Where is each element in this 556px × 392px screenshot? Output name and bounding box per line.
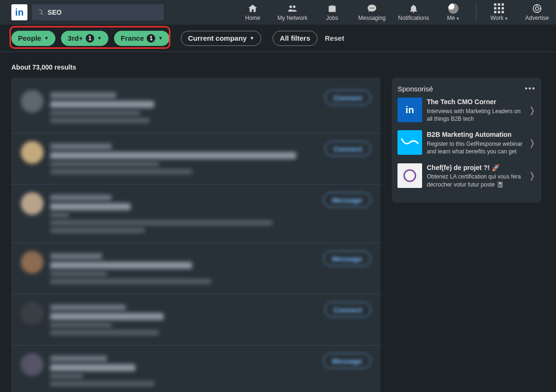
promo-text: The Tech CMO Corner Interviews with Mark… <box>427 98 524 123</box>
sponsored-sidebar: Sponsorisé ••• in The Tech CMO Corner In… <box>392 78 541 203</box>
nav-advertise-label: Advertise <box>525 15 549 21</box>
filter-all-label: All filters <box>280 34 310 42</box>
sidebar-header: Sponsorisé ••• <box>397 84 536 93</box>
filter-people[interactable]: People ▼ <box>11 31 55 46</box>
promo-image <box>397 130 422 155</box>
nav-network-label: My Network <box>277 15 307 21</box>
nav-messaging-label: Messaging <box>358 15 386 21</box>
sidebar-title: Sponsorisé <box>397 85 433 93</box>
svg-point-1 <box>371 8 372 9</box>
promo-text: Chef(fe) de projet ?! 🚀 Obtenez LA certi… <box>427 163 524 188</box>
result-body <box>50 302 318 338</box>
top-nav: in Home My Network Jobs Messaging Notifi… <box>0 0 556 25</box>
nav-jobs[interactable]: Jobs <box>313 0 351 25</box>
promo-title: B2B Marketing Automation <box>427 130 524 139</box>
more-icon[interactable]: ••• <box>525 84 536 93</box>
filter-connections[interactable]: 3rd+ 1 ▼ <box>61 31 108 46</box>
avatar-icon <box>448 3 459 14</box>
message-button[interactable]: Message <box>323 192 371 207</box>
result-avatar <box>21 353 44 376</box>
connect-button[interactable]: Connect <box>325 302 371 317</box>
filter-location[interactable]: France 1 ▼ <box>114 31 169 46</box>
result-item[interactable]: Connect <box>11 82 380 134</box>
filter-company[interactable]: Current company ▼ <box>181 31 261 46</box>
chevron-right-icon: ❭ <box>529 170 536 181</box>
filter-company-label: Current company <box>188 34 247 42</box>
message-button[interactable]: Message <box>323 251 371 266</box>
result-body <box>50 90 318 125</box>
result-item[interactable]: Message <box>11 185 380 243</box>
result-body <box>50 141 318 177</box>
nav-home[interactable]: Home <box>234 0 272 25</box>
result-item[interactable]: Message <box>11 243 380 294</box>
nav-home-label: Home <box>245 15 260 21</box>
nav-icons: Home My Network Jobs Messaging Notificat… <box>234 0 556 25</box>
nav-advertise[interactable]: Advertise <box>518 0 556 25</box>
promo-title: Chef(fe) de projet ?! 🚀 <box>427 163 524 172</box>
message-button[interactable]: Message <box>323 353 371 368</box>
search-input[interactable] <box>48 9 159 16</box>
chevron-down-icon: ▼ <box>44 36 49 41</box>
chevron-down-icon: ▼ <box>97 36 102 41</box>
nav-me-label: Me▼ <box>447 15 460 21</box>
grid-icon <box>494 3 504 14</box>
bell-icon <box>408 3 419 14</box>
nav-network[interactable]: My Network <box>272 0 313 25</box>
nav-messaging[interactable]: Messaging <box>351 0 393 25</box>
promo-item[interactable]: Chef(fe) de projet ?! 🚀 Obtenez LA certi… <box>397 163 536 188</box>
nav-me[interactable]: Me▼ <box>434 0 472 25</box>
filter-reset[interactable]: Reset <box>325 34 344 42</box>
search-icon <box>37 9 44 16</box>
promo-item[interactable]: B2B Marketing Automation Register to thi… <box>397 130 536 155</box>
result-avatar <box>21 302 44 325</box>
nav-notifications-label: Notifications <box>398 15 429 21</box>
promo-desc: Obtenez LA certification qui vous fera d… <box>427 173 521 187</box>
nav-jobs-label: Jobs <box>326 15 338 21</box>
svg-point-4 <box>535 7 538 10</box>
chevron-right-icon: ❭ <box>529 138 536 148</box>
network-icon <box>287 3 298 14</box>
result-item[interactable]: Message <box>11 346 380 392</box>
search-box[interactable] <box>32 4 164 20</box>
promo-item[interactable]: in The Tech CMO Corner Interviews with M… <box>397 98 536 123</box>
filter-bar: People ▼ 3rd+ 1 ▼ France 1 ▼ Current com… <box>0 25 556 52</box>
nav-work[interactable]: Work▼ <box>480 0 518 25</box>
jobs-icon <box>327 3 337 14</box>
filter-location-badge: 1 <box>147 34 155 43</box>
chevron-down-icon: ▼ <box>249 36 254 41</box>
chevron-down-icon: ▼ <box>158 36 163 41</box>
promo-text: B2B Marketing Automation Register to thi… <box>427 130 524 155</box>
linkedin-logo[interactable]: in <box>11 4 27 20</box>
result-item[interactable]: Connect <box>11 134 380 185</box>
result-avatar <box>21 141 44 164</box>
connect-button[interactable]: Connect <box>325 90 371 105</box>
promo-desc: Register to this GetResponse webinar and… <box>427 141 522 155</box>
chevron-right-icon: ❭ <box>529 105 536 116</box>
filter-location-label: France <box>121 34 144 42</box>
nav-separator <box>476 4 477 21</box>
result-body <box>50 353 317 389</box>
result-item[interactable]: Connect <box>11 294 380 346</box>
filter-all[interactable]: All filters <box>273 31 317 46</box>
result-avatar <box>21 90 44 113</box>
connect-button[interactable]: Connect <box>325 141 371 156</box>
svg-point-2 <box>373 8 374 9</box>
result-body <box>50 192 317 235</box>
result-avatar <box>21 192 44 215</box>
results-count: About 73,000 results <box>0 52 556 78</box>
results-list: Connect Connect Message <box>11 78 380 392</box>
result-avatar <box>21 251 44 274</box>
promo-image <box>397 163 422 188</box>
promo-image: in <box>397 98 422 122</box>
filter-connections-label: 3rd+ <box>68 34 83 42</box>
promo-desc: Interviews with Marketing Leaders on all… <box>427 108 521 122</box>
svg-point-0 <box>370 8 371 9</box>
target-icon <box>532 3 542 14</box>
filter-connections-badge: 1 <box>86 34 94 43</box>
main-columns: Connect Connect Message <box>0 78 556 392</box>
promo-title: The Tech CMO Corner <box>427 98 524 107</box>
svg-point-5 <box>404 170 415 181</box>
nav-notifications[interactable]: Notifications <box>393 0 434 25</box>
result-body <box>50 251 317 286</box>
home-icon <box>247 3 258 14</box>
